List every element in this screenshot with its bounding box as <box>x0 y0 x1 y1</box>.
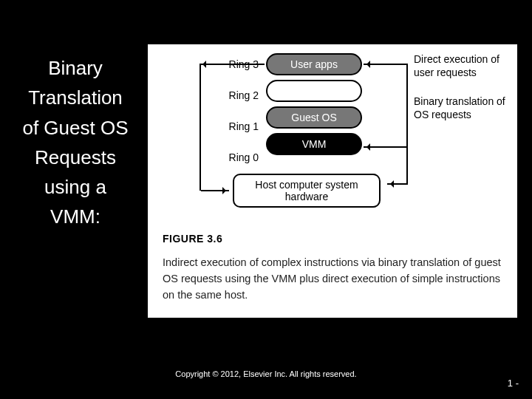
title-line: VMM: <box>9 202 142 231</box>
ring-box-guest-os: Guest OS <box>266 106 362 129</box>
connector-line <box>406 64 408 185</box>
ring-box-empty <box>266 80 362 102</box>
title-line: Requests <box>9 143 142 172</box>
title-line: Binary <box>9 53 142 83</box>
connector-line <box>200 64 201 191</box>
page-number: 1 - <box>508 378 519 389</box>
annotation-binary-translation: Binary translation of OS requests <box>414 95 510 121</box>
ring-boxes: User apps Guest OS VMM <box>266 53 362 155</box>
copyright-text: Copyright © 2012, Elsevier Inc. All righ… <box>0 369 532 378</box>
title-line: using a <box>9 172 142 202</box>
arrow-icon <box>364 64 406 65</box>
host-hardware-box: Host computer system hardware <box>233 174 381 208</box>
arrow-icon <box>387 183 408 185</box>
slide-title: Binary Translation of Guest OS Requests … <box>9 53 142 232</box>
annotation-direct-execution: Direct execution of user requests <box>414 53 510 79</box>
arrow-icon <box>200 64 265 65</box>
figure-label: FIGURE 3.6 <box>163 233 222 245</box>
ring-label: Ring 3 <box>218 53 259 80</box>
ring-box-user-apps: User apps <box>266 53 362 75</box>
title-line: of Guest OS <box>9 113 142 143</box>
diagram: Ring 3 Ring 2 Ring 1 Ring 0 User apps Gu… <box>148 44 517 229</box>
slide: Binary Translation of Guest OS Requests … <box>0 0 532 399</box>
ring-box-vmm: VMM <box>266 133 362 155</box>
title-line: Translation <box>9 83 142 112</box>
figure-caption: Indirect execution of complex instructio… <box>163 255 510 303</box>
ring-label: Ring 2 <box>218 84 259 111</box>
arrow-icon <box>364 146 406 148</box>
arrow-icon <box>201 190 229 191</box>
annotations: Direct execution of user requests Binary… <box>414 53 510 121</box>
ring-label: Ring 1 <box>218 115 259 142</box>
figure-panel: Ring 3 Ring 2 Ring 1 Ring 0 User apps Gu… <box>148 44 517 318</box>
ring-label: Ring 0 <box>218 146 259 173</box>
ring-labels: Ring 3 Ring 2 Ring 1 Ring 0 <box>218 53 259 177</box>
